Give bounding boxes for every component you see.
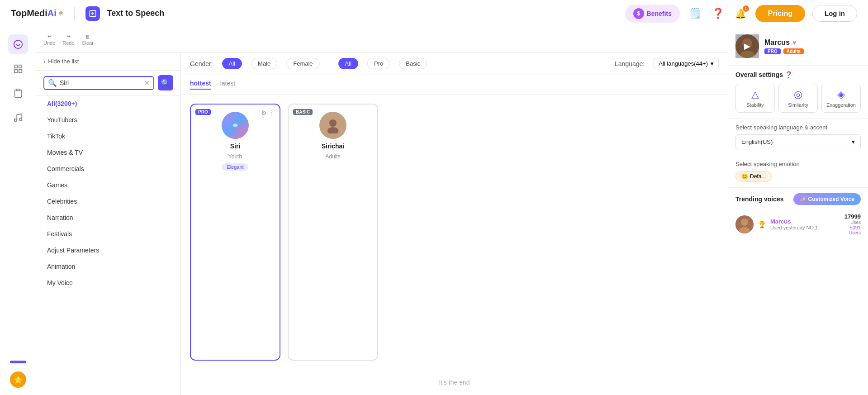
category-item-festivals[interactable]: Festivals — [36, 226, 180, 242]
category-item-myvoice[interactable]: My Voice — [36, 275, 180, 291]
stability-label: Stability — [746, 102, 764, 108]
top-navigation: TopMediAi ® Text to Speech $ Benefits 🗒️… — [0, 0, 868, 27]
voice-results-panel: Gender: All Male Female All Pro Basic La… — [181, 52, 728, 395]
notification-badge: 1 — [743, 5, 749, 12]
trending-marcus-info: Marcus Used yesterday NO.1 — [770, 218, 840, 230]
category-item-commercials[interactable]: Commercials — [36, 161, 180, 177]
emotion-badge[interactable]: 😊 Defa... — [735, 171, 772, 182]
siri-more-icon[interactable]: ⋮ — [269, 109, 275, 116]
users-label: Users — [844, 230, 861, 235]
gender-male-button[interactable]: Male — [251, 58, 277, 69]
sidebar-badge-gold[interactable]: ⭐ — [10, 371, 26, 388]
overall-settings-section: Overall settings ❓ △ Stability ◎ Similar… — [728, 66, 868, 118]
brand-name: TopMediAi — [11, 8, 57, 19]
emotion-title: Select speaking emotion — [735, 161, 861, 167]
brand-reg: ® — [59, 10, 63, 17]
undo-label: Undo — [43, 40, 55, 46]
tab-latest[interactable]: latest — [220, 80, 235, 90]
product-name: Text to Speech — [107, 9, 165, 18]
search-submit-icon: 🔍 — [161, 79, 170, 87]
marcus-adults-badge: Adults — [783, 48, 804, 54]
category-item-narration[interactable]: Narration — [36, 209, 180, 226]
voice-card-sirichai[interactable]: BASIC Sirichai Adults — [288, 104, 378, 361]
siri-style-badge: Elegant — [222, 163, 248, 171]
sidebar-item-clone[interactable] — [8, 83, 28, 103]
search-input-wrap: 🔍 ✕ — [43, 76, 154, 90]
login-button[interactable]: Log in — [812, 5, 857, 22]
sirichai-tag: Adults — [325, 153, 340, 160]
svg-rect-7 — [16, 89, 19, 91]
hide-list-button[interactable]: › Hide the list — [36, 52, 180, 71]
marcus-avatar-wrap: ▶ — [735, 34, 759, 58]
settings-icons: △ Stability ◎ Similarity ◈ Exaggeration — [735, 84, 861, 113]
category-item-animation[interactable]: Animation — [36, 258, 180, 275]
undo-button[interactable]: ↩ Undo — [43, 33, 55, 46]
gender-label: Gender: — [190, 60, 213, 67]
clear-button[interactable]: 🗑 Clear — [82, 34, 94, 46]
svg-point-11 — [329, 119, 337, 127]
category-item-movies[interactable]: Movies & TV — [36, 144, 180, 161]
category-item-tiktok[interactable]: TikTok — [36, 128, 180, 144]
pricing-button[interactable]: Pricing — [755, 5, 805, 22]
search-input[interactable] — [60, 79, 142, 86]
tier-pro-button[interactable]: Pro — [367, 58, 390, 69]
category-item-adjust[interactable]: Adjust Parameters — [36, 242, 180, 258]
help-circle-icon[interactable]: ❓ — [785, 71, 792, 78]
exaggeration-card[interactable]: ◈ Exaggeration — [821, 84, 861, 113]
trending-header: Trending voices ✨ Customized Voice — [735, 193, 861, 205]
category-item-games[interactable]: Games — [36, 177, 180, 193]
language-selector[interactable]: All languages(44+) ▾ — [654, 58, 719, 69]
gender-all-button[interactable]: All — [222, 58, 242, 69]
stability-icon: △ — [751, 89, 759, 100]
search-clear-icon[interactable]: ✕ — [144, 79, 150, 86]
siri-settings-icon[interactable]: ⚙ — [261, 109, 267, 116]
notifications-button[interactable]: 🔔 1 — [733, 6, 748, 21]
dollar-icon: $ — [633, 8, 644, 19]
trending-marcus-stats: 17999 Uses 5091 Users — [844, 213, 861, 235]
siri-tag: Youth — [228, 153, 242, 160]
category-item-celebrities[interactable]: Celebrities — [36, 193, 180, 209]
clear-icon: 🗑 — [85, 34, 90, 39]
toolbar: ↩ Undo ↪ Redo 🗑 Clear — [36, 27, 728, 52]
custom-voice-label: Customized Voice — [808, 196, 854, 202]
lang-value: All languages(44+) — [659, 60, 708, 67]
emotion-section: Select speaking emotion 😊 Defa... — [728, 155, 868, 187]
similarity-card[interactable]: ◎ Similarity — [778, 84, 818, 113]
voice-card-siri[interactable]: PRO ⚙ ⋮ — [190, 104, 280, 361]
tier-basic-button[interactable]: Basic — [399, 58, 427, 69]
siri-card-actions: ⚙ ⋮ — [261, 109, 275, 116]
chevron-left-icon: › — [43, 58, 45, 65]
lang-dropdown[interactable]: English(US) ▾ — [735, 134, 861, 149]
category-item-youtubers[interactable]: YouTubers — [36, 112, 180, 128]
redo-button[interactable]: ↪ Redo — [62, 33, 74, 46]
svg-rect-3 — [14, 65, 17, 68]
play-overlay[interactable]: ▶ — [735, 34, 759, 58]
svg-rect-5 — [14, 70, 17, 72]
undo-icon: ↩ — [47, 33, 52, 39]
help-button[interactable]: ❓ — [710, 6, 726, 21]
benefits-button[interactable]: $ Benefits — [625, 5, 680, 23]
lang-dropdown-value: English(US) — [741, 138, 773, 145]
settings-panel: ▶ Marcus ♥ PRO Adults Overall settings ❓ — [728, 27, 868, 395]
tab-hottest[interactable]: hottest — [190, 80, 211, 90]
heart-icon[interactable]: ♥ — [792, 39, 796, 46]
sidebar-item-tts[interactable] — [8, 34, 28, 54]
marcus-badges: PRO Adults — [764, 48, 861, 54]
sidebar-item-chart[interactable] — [8, 59, 28, 79]
customized-voice-button[interactable]: ✨ Customized Voice — [793, 193, 861, 205]
marcus-info: Marcus ♥ PRO Adults — [764, 38, 861, 54]
stability-card[interactable]: △ Stability — [735, 84, 775, 113]
category-item-all[interactable]: All(3200+) — [36, 95, 180, 112]
language-section: Select speaking language & accent Englis… — [728, 118, 868, 155]
search-button[interactable]: 🔍 — [158, 75, 173, 90]
tier-all-button[interactable]: All — [338, 58, 358, 69]
overall-settings-title: Overall settings ❓ — [735, 71, 861, 78]
notes-button[interactable]: 🗒️ — [687, 6, 703, 21]
trending-uses-count: 17999 — [844, 213, 861, 220]
sidebar-item-music[interactable] — [8, 108, 28, 128]
gender-female-button[interactable]: Female — [286, 58, 319, 69]
exaggeration-label: Exaggeration — [826, 102, 856, 108]
trending-item-marcus[interactable]: 🏆 Marcus Used yesterday NO.1 17999 Uses … — [735, 209, 861, 239]
trending-marcus-name: Marcus — [770, 218, 840, 225]
hide-list-label: Hide the list — [48, 58, 79, 65]
